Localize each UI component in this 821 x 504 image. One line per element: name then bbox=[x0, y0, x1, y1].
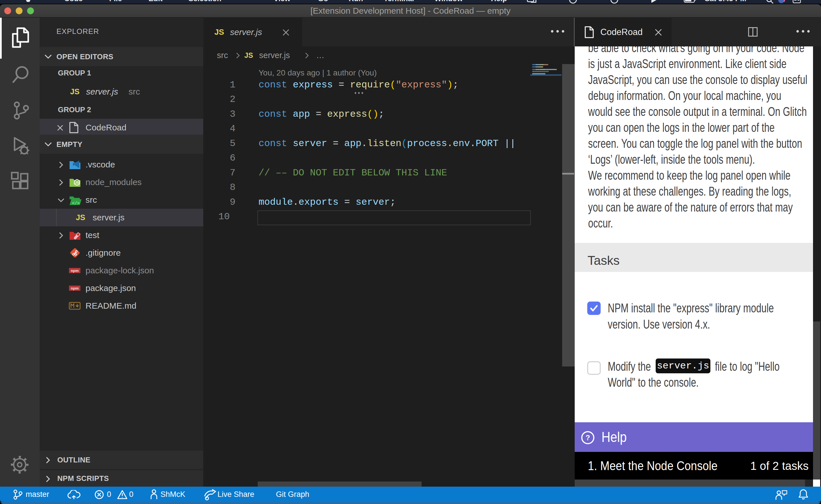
svg-text:JS: JS bbox=[75, 181, 79, 184]
svg-text:</>: </> bbox=[72, 201, 79, 206]
svg-text:?: ? bbox=[585, 433, 590, 442]
svg-text:npm: npm bbox=[71, 286, 78, 290]
svg-text:npm: npm bbox=[71, 269, 78, 273]
